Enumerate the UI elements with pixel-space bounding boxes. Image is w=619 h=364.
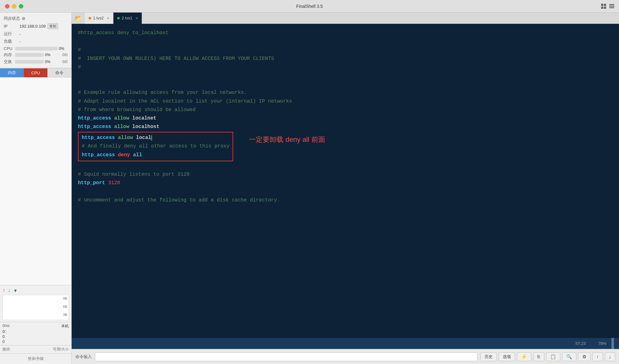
run-label: 运行: [4, 31, 19, 37]
net-labels: 9B 6B 3B: [63, 297, 67, 317]
swap-label: 交换: [4, 59, 15, 65]
term-line-8: # Example rule allowing access from your…: [78, 88, 613, 97]
ping-machine: 本机: [61, 324, 69, 329]
ping-section: 0ms 本机 0 0 0: [0, 322, 71, 345]
sidebar-footer[interactable]: 登录/升级: [0, 353, 71, 364]
term-line-14: # And finally deny all other access to t…: [82, 142, 229, 151]
tab-lvs1[interactable]: 2 lvs1 ×: [113, 13, 142, 24]
ping-val-1: 0: [3, 329, 69, 334]
network-section: ↑ ↓ ▼ 9B 6B 3B: [0, 285, 71, 322]
status-bar: 57,23 78%: [72, 338, 619, 349]
term-line-2: [78, 37, 613, 46]
tab-lvs1-close[interactable]: ×: [135, 16, 138, 20]
term-line-11: http_access allow localnet: [78, 114, 613, 123]
term-line-6: [78, 72, 613, 80]
svg-rect-4: [609, 4, 614, 5]
network-chart: 9B 6B 3B: [3, 295, 69, 320]
tab-lvs1-label: 2 lvs1: [122, 16, 132, 20]
scroll-up-button[interactable]: ↑: [592, 352, 603, 361]
layout-icons[interactable]: [601, 3, 615, 9]
disk-size-label: 可用/大小: [53, 347, 69, 352]
net-header: ↑ ↓ ▼: [3, 287, 69, 294]
command-bar: 命令输入 历史 选项 ⚡ ⎘ 📋 🔍 ⚙ ↑ ↓: [72, 349, 619, 364]
net-label-3b: 3B: [63, 313, 67, 317]
swap-pct: 0%: [45, 60, 54, 64]
boxed-section: http_access allow local # And finally de…: [78, 132, 613, 161]
svg-rect-2: [601, 7, 603, 9]
tabs-header: 📂 1 lvs2 × 2 lvs1 ×: [72, 13, 619, 24]
load-row: 负载 -: [4, 39, 68, 44]
scroll-down-button[interactable]: ↓: [605, 352, 616, 361]
footer-login: 登录/升级: [28, 356, 44, 361]
term-line-18: http_port 3128: [78, 179, 613, 187]
close-button[interactable]: [5, 4, 9, 8]
chart-area: [0, 78, 71, 285]
terminal[interactable]: #http_access deny to_localhost # # INSER…: [72, 24, 619, 338]
term-line-16: [78, 162, 613, 170]
term-line-3: #: [78, 46, 613, 54]
paste-button[interactable]: 📋: [546, 352, 560, 361]
search-button[interactable]: 🔍: [562, 352, 576, 361]
term-line-20: # Uncomment and adjust the following to …: [78, 196, 613, 205]
download-arrow-icon: ↓: [8, 287, 11, 294]
load-label: 负载: [4, 39, 19, 44]
cursor: [151, 135, 152, 141]
expand-icon[interactable]: ▼: [13, 288, 18, 293]
disk-header: 路径 可用/大小: [3, 347, 69, 352]
ping-val-2: 0: [3, 335, 69, 339]
boxed-lines: http_access allow local # And finally de…: [78, 132, 233, 161]
svg-rect-6: [609, 7, 614, 8]
scroll-indicator[interactable]: [611, 338, 614, 349]
window-title: FinalShell 3.5: [296, 4, 323, 9]
swap-row: 交换 0% 0/0: [4, 59, 68, 65]
ping-numbers: 0 0 0: [3, 329, 69, 344]
term-line-19: [78, 187, 613, 196]
cpu-bar: [15, 47, 58, 51]
sync-dot: [22, 17, 25, 20]
ping-label: 0ms: [3, 324, 10, 329]
mem-bar: [15, 53, 44, 57]
mem-size: 0/0: [55, 53, 68, 57]
cpu-label: CPU: [4, 46, 15, 51]
term-line-7: [78, 80, 613, 88]
cpu-row: CPU 0%: [4, 46, 68, 51]
lightning-button[interactable]: ⚡: [517, 352, 531, 361]
svg-rect-1: [604, 4, 606, 6]
settings-button[interactable]: ⚙: [578, 352, 590, 361]
tab-memory[interactable]: 内存: [0, 68, 24, 77]
monitor-tabs: 内存 CPU 命令: [0, 68, 71, 78]
minimize-button[interactable]: [12, 4, 16, 8]
maximize-button[interactable]: [19, 4, 23, 8]
svg-rect-0: [601, 4, 603, 6]
term-line-10: # from where browsing should be allowed: [78, 106, 613, 114]
ip-label: IP: [4, 24, 19, 29]
net-label-9b: 9B: [63, 297, 67, 300]
mem-pct: 0%: [45, 53, 54, 57]
annotation-text: 一定要卸载 deny all 前面: [249, 134, 325, 145]
tab-cpu[interactable]: CPU: [24, 68, 48, 77]
svg-rect-3: [604, 7, 606, 9]
swap-bar: [15, 60, 44, 64]
term-line-15: http_access deny all: [82, 151, 229, 159]
run-row: 运行 -: [4, 31, 68, 37]
options-button[interactable]: 选项: [499, 352, 515, 361]
copy-button[interactable]: 复制: [47, 23, 58, 29]
ping-row: 0ms 本机: [3, 324, 69, 329]
window-controls: [5, 4, 23, 8]
command-input[interactable]: [95, 352, 477, 361]
grid-icon: [601, 3, 606, 9]
cpu-pct: 0%: [59, 46, 68, 51]
net-arrows: ↑ ↓ ▼: [3, 287, 18, 294]
ping-val-3: 0: [3, 340, 69, 344]
tab-lvs2[interactable]: 1 lvs2 ×: [85, 13, 113, 24]
tab-lvs2-close[interactable]: ×: [107, 16, 109, 20]
cmd-buttons: 历史 选项 ⚡ ⎘ 📋 🔍 ⚙ ↑ ↓: [480, 352, 615, 361]
tab-command[interactable]: 命令: [47, 68, 71, 77]
term-line-12: http_access allow localhost: [78, 123, 613, 131]
folder-icon[interactable]: 📂: [72, 15, 85, 22]
tab-dot-orange: [89, 17, 91, 19]
ip-value: 192.168.0.109: [19, 24, 46, 29]
history-button[interactable]: 历史: [480, 352, 497, 361]
disk-path-label: 路径: [3, 347, 10, 352]
copy-terminal-button[interactable]: ⎘: [533, 352, 544, 361]
